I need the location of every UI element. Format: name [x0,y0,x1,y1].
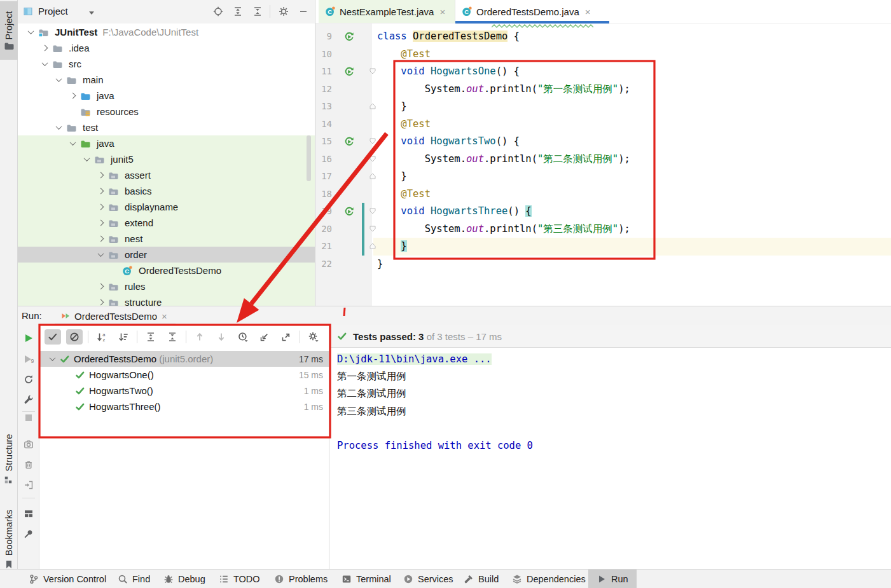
tree-item-junittest[interactable]: JUnitTestF:\JavaCode\JUnitTest [18,24,315,40]
tree-item-junit5[interactable]: junit5 [18,151,315,167]
code-line-15[interactable]: 15 void HogwartsTwo() { [315,133,891,151]
run-tab-orderedtestsdemo[interactable]: OrderedTestsDemo× [56,306,172,325]
chevron-down-icon[interactable] [83,155,90,161]
fold-down-icon[interactable] [369,67,376,75]
chevron-right-icon[interactable] [97,188,104,195]
code-line-19[interactable]: 19 void HogwartsThree() { [315,203,891,221]
run-test-icon[interactable] [344,32,354,42]
tree-item-src[interactable]: src [18,56,315,72]
statusbar-item-dependencies[interactable]: Dependencies [512,570,586,588]
layout-settings-icon[interactable] [24,509,34,519]
project-panel-title[interactable]: Project [38,6,68,17]
tree-item-rules[interactable]: rules [18,278,315,294]
code-line-21[interactable]: 21 } [315,238,891,256]
tree-item-orderedtestsdemo[interactable]: COrderedTestsDemo [18,263,315,278]
test-result-row[interactable]: HogwartsTwo()1 ms [39,383,329,399]
tree-item-resources[interactable]: resources [18,104,315,120]
run-test-icon[interactable] [344,67,354,77]
code-line-17[interactable]: 17 } [315,168,891,186]
tree-item-java[interactable]: java [18,135,315,151]
locate-icon[interactable] [213,6,223,17]
show-ignored-icon[interactable] [66,329,83,345]
chevron-down-icon[interactable] [88,9,95,17]
chevron-right-icon[interactable] [69,93,76,99]
run-test-icon[interactable] [344,137,354,147]
statusbar-item-run[interactable]: Run [588,570,637,588]
close-icon[interactable]: × [162,311,167,322]
close-icon[interactable]: × [439,6,445,17]
code-line-10[interactable]: 10 @Test [315,46,891,64]
chevron-right-icon[interactable] [97,172,104,179]
code-line-13[interactable]: 13 } [315,98,891,116]
chevron-down-icon[interactable] [55,76,62,82]
chevron-down-icon[interactable] [97,250,104,257]
chevron-down-icon[interactable] [49,355,55,361]
test-history-icon[interactable] [235,329,251,345]
statusbar-item-todo[interactable]: TODO [219,570,260,588]
tree-item-idea[interactable]: .idea [18,40,315,56]
statusbar-item-terminal[interactable]: Terminal [342,570,391,588]
tree-item-main[interactable]: main [18,72,315,88]
console-output[interactable]: D:\jdk-11\bin\java.exe ...第一条测试用例第二条测试用例… [329,348,891,570]
fold-up-icon[interactable] [369,242,376,250]
test-result-row[interactable]: HogwartsThree()1 ms [39,399,329,414]
editor-tab-nestexampletest[interactable]: CNestExampleTest.java× [319,0,455,23]
fold-down-icon[interactable] [369,137,376,145]
tree-item-assert[interactable]: assert [18,167,315,183]
tree-item-nest[interactable]: nest [18,231,315,247]
tree-item-test[interactable]: test [18,120,315,135]
statusbar-item-build[interactable]: Build [464,570,499,588]
test-result-row[interactable]: HogwartsOne()15 ms [39,367,329,383]
chevron-down-icon[interactable] [27,28,34,34]
code-line-20[interactable]: 20 System.out.println("第三条测试用例"); [315,221,891,238]
code-line-9[interactable]: 9class OrderedTestsDemo { [315,28,891,46]
collapse-all-icon[interactable] [252,6,263,17]
chevron-right-icon[interactable] [97,236,104,242]
stop-icon[interactable] [24,413,34,423]
collapse-all-icon[interactable] [164,329,181,345]
hide-panel-icon[interactable] [298,6,308,17]
tree-item-extend[interactable]: extend [18,215,315,231]
tree-item-java[interactable]: java [18,88,315,104]
next-failed-icon[interactable] [213,329,230,345]
close-icon[interactable]: × [585,6,591,17]
test-result-row[interactable]: OrderedTestsDemo (junit5.order)17 ms [39,351,329,367]
code-line-16[interactable]: 16 System.out.println("第二条测试用例"); [315,151,891,168]
chevron-down-icon[interactable] [41,60,48,66]
code-line-14[interactable]: 14 @Test [315,116,891,133]
code-line-22[interactable]: 22} [315,256,891,273]
tree-item-displayname[interactable]: displayname [18,199,315,215]
statusbar-item-problems[interactable]: Problems [274,570,328,588]
chevron-right-icon[interactable] [97,299,104,306]
fold-down-icon[interactable] [369,155,376,163]
fold-down-icon[interactable] [369,225,376,233]
expand-all-icon[interactable] [233,6,243,17]
chevron-right-icon[interactable] [97,220,104,226]
test-settings-icon[interactable] [24,394,34,404]
statusbar-item-debug[interactable]: Debug [163,570,205,588]
fold-up-icon[interactable] [369,172,376,180]
import-test-results-icon[interactable] [256,329,273,345]
chevron-down-icon[interactable] [69,139,76,146]
scrollbar-thumb[interactable] [307,135,311,181]
statusbar-item-find[interactable]: Find [118,570,150,588]
code-line-18[interactable]: 18 @Test [315,186,891,203]
code-line-12[interactable]: 12 System.out.println("第一条测试用例"); [315,81,891,99]
expand-all-icon[interactable] [142,329,159,345]
sort-alphabetically-icon[interactable]: az [93,329,110,345]
chevron-right-icon[interactable] [41,45,48,51]
fold-down-icon[interactable] [369,207,376,215]
previous-failed-icon[interactable] [191,329,208,345]
editor-tab-orderedtestsdemo[interactable]: COrderedTestsDemo.java× [455,0,609,23]
chevron-down-icon[interactable] [55,123,62,130]
show-passed-icon[interactable] [45,329,61,345]
pin-tab-icon[interactable] [24,529,34,539]
toggle-auto-test-icon[interactable] [24,374,34,385]
chevron-right-icon[interactable] [97,204,104,210]
run-test-icon[interactable] [344,207,354,217]
stripe-tab-project[interactable]: Project [0,1,18,60]
thread-dump-icon[interactable] [24,439,34,449]
rerun-failed-icon[interactable]: 9 [24,354,34,364]
tree-item-basics[interactable]: basics [18,183,315,199]
code-line-11[interactable]: 11 void HogwartsOne() { [315,63,891,81]
